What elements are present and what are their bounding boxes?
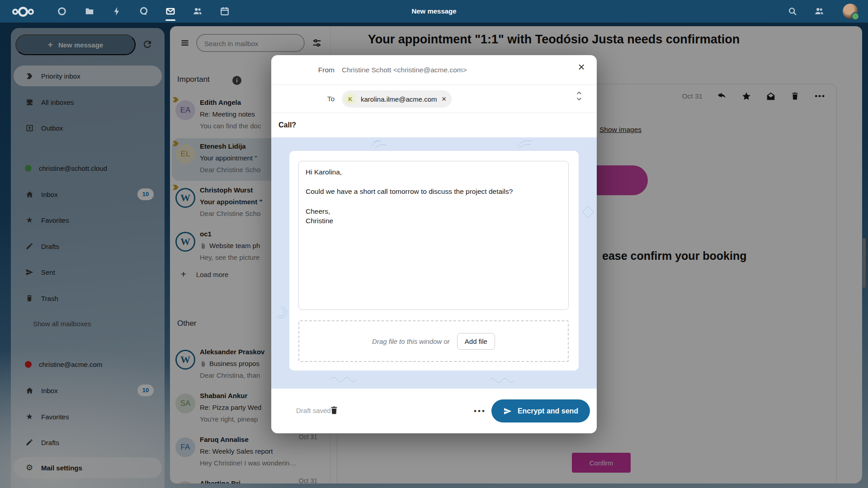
compose-footer: Draft saved ••• Encrypt and send	[271, 389, 597, 433]
add-file-button[interactable]: Add file	[457, 333, 495, 350]
user-status-online	[851, 12, 859, 20]
expand-recipients-icon[interactable]	[576, 91, 583, 101]
attachment-dropzone[interactable]: Drag file to this window or Add file	[298, 320, 569, 362]
compose-card: Hi Karolina, Could we have a short call …	[289, 151, 579, 371]
message-body-input[interactable]: Hi Karolina, Could we have a short call …	[298, 161, 569, 310]
remove-recipient-icon[interactable]: ×	[442, 94, 447, 104]
from-value[interactable]: Christine Schott <christine@acme.com>	[342, 55, 467, 85]
recipient-chip[interactable]: K karolina.ilme@acme.com ×	[342, 90, 452, 108]
contacts-menu-icon[interactable]	[814, 6, 824, 16]
to-row: To K karolina.ilme@acme.com ×	[271, 85, 597, 113]
discard-draft-icon[interactable]	[329, 405, 339, 416]
subject-input[interactable]: Call?	[278, 113, 296, 137]
subject-row: Call?	[271, 113, 597, 137]
more-options-icon[interactable]: •••	[474, 407, 486, 416]
top-bar: New message	[0, 0, 868, 23]
compose-background: Hi Karolina, Could we have a short call …	[271, 137, 597, 389]
from-label: From	[271, 55, 335, 85]
recipient-email: karolina.ilme@acme.com	[361, 95, 437, 103]
to-label: To	[271, 85, 335, 113]
window-title: New message	[0, 0, 868, 23]
from-row: From Christine Schott <christine@acme.co…	[271, 55, 597, 85]
user-avatar[interactable]	[843, 4, 858, 19]
recipient-avatar: K	[344, 93, 356, 105]
encrypt-send-button[interactable]: Encrypt and send	[491, 399, 590, 422]
search-icon[interactable]	[788, 6, 797, 16]
draft-status: Draft saved	[296, 407, 331, 414]
send-icon	[503, 407, 512, 416]
compose-modal: × From Christine Schott <christine@acme.…	[271, 55, 597, 433]
drop-hint: Drag file to this window or	[372, 338, 450, 345]
